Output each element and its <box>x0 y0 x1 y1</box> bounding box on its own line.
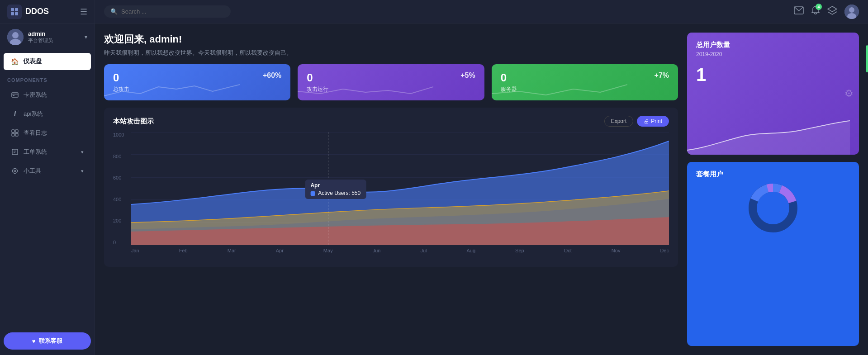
chart-header: 本站攻击图示 Export 🖨 Print <box>113 116 669 127</box>
welcome-title: 欢迎回来, admin! <box>104 33 678 46</box>
notification-icon[interactable]: 4 <box>811 5 820 18</box>
export-button[interactable]: Export <box>604 116 634 127</box>
card-system-label: 卡密系统 <box>24 91 47 99</box>
tooltip-label: Active Users: 550 <box>318 190 360 196</box>
chart-panel: 本站攻击图示 Export 🖨 Print 1000 800 600 <box>104 108 678 267</box>
area-chart: 1000 800 600 400 200 0 <box>113 132 669 259</box>
search-container: 🔍 <box>104 5 231 18</box>
svg-rect-10 <box>12 130 14 133</box>
user-role: 平台管理员 <box>28 37 80 44</box>
logo: DDOS <box>7 5 49 19</box>
svg-rect-2 <box>11 12 14 15</box>
user-count-title: 总用户数量 <box>696 41 850 49</box>
mail-icon[interactable] <box>794 6 804 17</box>
menu-toggle[interactable]: ☰ <box>80 7 87 17</box>
ticket-arrow-icon: ▾ <box>81 149 84 155</box>
search-input[interactable] <box>121 8 224 15</box>
total-attacks-percent: +60% <box>263 71 281 80</box>
tools-label: 小工具 <box>24 167 41 175</box>
card-system-icon <box>11 91 19 99</box>
welcome-subtitle: 昨天我很聪明，所以我想改变世界。今天我很聪明，所以我要改变自己。 <box>104 49 678 57</box>
user-count-number: 1 <box>696 65 850 85</box>
chart-title: 本站攻击图示 <box>113 117 154 126</box>
stat-cards-row: 0 +60% 总攻击 0 +5% 攻击运行 <box>104 64 678 100</box>
main-content: 🔍 4 <box>95 0 868 355</box>
logo-icon <box>7 5 22 19</box>
contact-button[interactable]: ♥ 联系客服 <box>4 332 91 350</box>
svg-rect-13 <box>15 133 18 136</box>
tooltip-value: Active Users: 550 <box>310 190 360 196</box>
package-card: 套餐用户 <box>687 162 859 346</box>
sidebar-item-dashboard[interactable]: 🏠 仪表盘 <box>4 53 91 70</box>
print-button[interactable]: 🖨 Print <box>637 116 669 127</box>
stat-card-servers: 0 +7% 服务器 <box>492 64 678 100</box>
sidebar: DDOS ☰ admin 平台管理员 ▾ 🏠 仪表盘 COMPONENTS <box>0 0 95 355</box>
sidebar-item-tools[interactable]: 小工具 ▾ <box>4 162 91 180</box>
topbar: 🔍 4 <box>95 0 868 24</box>
scroll-indicator <box>866 45 868 72</box>
dashboard-label: 仪表盘 <box>23 57 42 66</box>
stat-card-running-attacks: 0 +5% 攻击运行 <box>298 64 484 100</box>
svg-point-17 <box>13 169 18 174</box>
svg-rect-12 <box>12 133 14 136</box>
print-icon: 🖨 <box>644 118 649 124</box>
package-title: 套餐用户 <box>696 170 850 179</box>
tools-arrow-icon: ▾ <box>81 168 84 174</box>
view-logs-icon <box>11 129 19 137</box>
donut-chart <box>746 181 800 235</box>
svg-point-5 <box>12 32 19 38</box>
notification-badge: 4 <box>816 4 822 10</box>
svg-point-18 <box>14 170 16 172</box>
settings-icon[interactable]: ⚙ <box>844 88 854 99</box>
view-logs-label: 查看日志 <box>24 129 47 137</box>
chart-tooltip: Apr Active Users: 550 <box>305 180 366 199</box>
search-icon: 🔍 <box>110 8 118 15</box>
tooltip-dot <box>310 191 315 196</box>
svg-marker-24 <box>828 6 837 12</box>
stat-card-total-attacks: 0 +60% 总攻击 <box>104 64 290 100</box>
svg-rect-9 <box>13 95 14 96</box>
user-profile[interactable]: admin 平台管理员 ▾ <box>0 24 95 51</box>
avatar <box>7 29 24 45</box>
tooltip-month: Apr <box>310 182 360 189</box>
sidebar-logo: DDOS ☰ <box>0 0 95 24</box>
logo-label: DDOS <box>25 7 49 16</box>
servers-percent: +7% <box>655 71 669 80</box>
contact-label: 联系客服 <box>39 337 62 345</box>
svg-rect-0 <box>11 8 14 11</box>
svg-rect-11 <box>15 130 18 133</box>
chart-svg-area: Apr Active Users: 550 <box>131 132 669 245</box>
x-axis: Jan Feb Mar Apr May Jun Jul Aug Sep Oct … <box>131 248 669 259</box>
svg-rect-7 <box>12 93 18 97</box>
topbar-avatar[interactable] <box>844 5 859 19</box>
tools-icon <box>11 167 19 175</box>
user-info: admin 平台管理员 <box>28 30 80 44</box>
svg-point-26 <box>849 7 854 13</box>
components-section-label: COMPONENTS <box>0 72 95 85</box>
ticket-system-label: 工单系统 <box>24 148 47 156</box>
user-arrow-icon: ▾ <box>85 34 87 40</box>
user-count-card: 总用户数量 2019-2020 1 ⚙ <box>687 33 859 155</box>
sidebar-item-card-system[interactable]: 卡密系统 <box>4 86 91 104</box>
running-attacks-percent: +5% <box>460 71 475 80</box>
print-label: Print <box>651 118 662 124</box>
sidebar-item-view-logs[interactable]: 查看日志 <box>4 124 91 142</box>
layers-icon[interactable] <box>827 6 837 17</box>
ticket-system-icon <box>11 148 19 156</box>
user-count-year: 2019-2020 <box>696 51 850 57</box>
api-system-label: api系统 <box>24 110 43 118</box>
main-panel: 欢迎回来, admin! 昨天我很聪明，所以我想改变世界。今天我很聪明，所以我要… <box>95 24 687 355</box>
sidebar-item-ticket-system[interactable]: 工单系统 ▾ <box>4 143 91 161</box>
username: admin <box>28 30 80 37</box>
sidebar-item-api-system[interactable]: I api系统 <box>4 105 91 123</box>
y-axis: 1000 800 600 400 200 0 <box>113 132 131 245</box>
content-area: 欢迎回来, admin! 昨天我很聪明，所以我想改变世界。今天我很聪明，所以我要… <box>95 24 868 355</box>
heart-icon: ♥ <box>32 338 36 345</box>
svg-rect-14 <box>12 149 18 155</box>
api-system-icon: I <box>11 110 19 118</box>
svg-rect-3 <box>15 12 18 15</box>
right-sidebar: 总用户数量 2019-2020 1 ⚙ 套餐用户 <box>687 24 868 355</box>
svg-rect-1 <box>15 8 18 11</box>
topbar-right: 4 <box>794 5 859 19</box>
chart-actions: Export 🖨 Print <box>604 116 669 127</box>
